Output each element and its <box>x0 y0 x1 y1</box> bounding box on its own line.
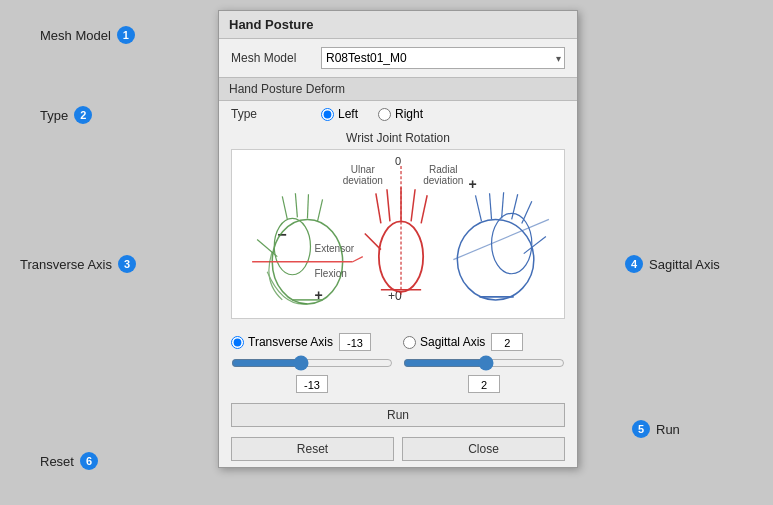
annotation-badge-4: 4 <box>625 255 643 273</box>
dialog-title: Hand Posture <box>219 11 577 39</box>
sagittal-radio[interactable]: Sagittal Axis <box>403 335 485 349</box>
sliders-section: Transverse Axis -13 -13 Sagittal Axis 2 … <box>219 327 577 399</box>
sagittal-value1: 2 <box>491 333 523 351</box>
wrist-image: 0 Ulnar deviation Radial deviation + + +… <box>231 149 565 319</box>
annotation-label-1: Mesh Model <box>40 28 111 43</box>
radio-left[interactable]: Left <box>321 107 358 121</box>
wrist-section: Wrist Joint Rotation 0 Ulnar deviation R… <box>219 127 577 327</box>
svg-text:deviation: deviation <box>343 175 383 186</box>
close-button[interactable]: Close <box>402 437 565 461</box>
svg-text:Radial: Radial <box>429 164 457 175</box>
transverse-slider[interactable] <box>231 355 393 371</box>
annotation-reset: Reset 6 <box>40 452 98 470</box>
svg-text:deviation: deviation <box>423 175 463 186</box>
reset-button[interactable]: Reset <box>231 437 394 461</box>
svg-text:Extensor: Extensor <box>314 243 354 254</box>
type-row: Type Left Right <box>219 101 577 127</box>
annotation-transverse: Transverse Axis 3 <box>20 255 136 273</box>
sagittal-slider[interactable] <box>403 355 565 371</box>
mesh-model-dropdown-wrapper[interactable]: R08Test01_M0 ▾ <box>321 47 565 69</box>
transverse-radio[interactable]: Transverse Axis <box>231 335 333 349</box>
run-button-row: Run <box>219 399 577 431</box>
transverse-axis-group: Transverse Axis -13 -13 <box>231 333 393 393</box>
annotation-label-4: Sagittal Axis <box>649 257 720 272</box>
annotation-label-2: Type <box>40 108 68 123</box>
annotation-label-6: Reset <box>40 454 74 469</box>
mesh-model-row: Mesh Model R08Test01_M0 ▾ <box>219 39 577 77</box>
annotation-label-5: Run <box>656 422 680 437</box>
type-label: Type <box>231 107 311 121</box>
annotation-badge-5: 5 <box>632 420 650 438</box>
svg-text:0: 0 <box>395 155 401 167</box>
type-radio-group: Left Right <box>321 107 423 121</box>
transverse-value2: -13 <box>296 375 328 393</box>
annotation-type: Type 2 <box>40 106 92 124</box>
run-button[interactable]: Run <box>231 403 565 427</box>
mesh-model-label: Mesh Model <box>231 51 311 65</box>
sagittal-axis-group: Sagittal Axis 2 2 <box>403 333 565 393</box>
wrist-diagram-svg: 0 Ulnar deviation Radial deviation + + +… <box>232 150 564 318</box>
annotation-sagittal: 4 Sagittal Axis <box>625 255 720 273</box>
bottom-buttons: Reset Close <box>219 431 577 467</box>
svg-text:Ulnar: Ulnar <box>351 164 376 175</box>
hand-posture-deform-header: Hand Posture Deform <box>219 77 577 101</box>
sagittal-value2: 2 <box>468 375 500 393</box>
annotation-badge-1: 1 <box>117 26 135 44</box>
transverse-value1: -13 <box>339 333 371 351</box>
annotation-label-3: Transverse Axis <box>20 257 112 272</box>
annotation-run: 5 Run <box>632 420 680 438</box>
annotation-badge-3: 3 <box>118 255 136 273</box>
annotation-badge-6: 6 <box>80 452 98 470</box>
hand-posture-dialog: Hand Posture Mesh Model R08Test01_M0 ▾ H… <box>218 10 578 468</box>
annotation-mesh-model: Mesh Model 1 <box>40 26 135 44</box>
wrist-title: Wrist Joint Rotation <box>231 131 565 145</box>
radio-right[interactable]: Right <box>378 107 423 121</box>
transverse-header: Transverse Axis -13 <box>231 333 393 351</box>
annotation-badge-2: 2 <box>74 106 92 124</box>
sagittal-header: Sagittal Axis 2 <box>403 333 565 351</box>
mesh-model-select[interactable]: R08Test01_M0 <box>321 47 565 69</box>
svg-text:+: + <box>468 176 476 192</box>
